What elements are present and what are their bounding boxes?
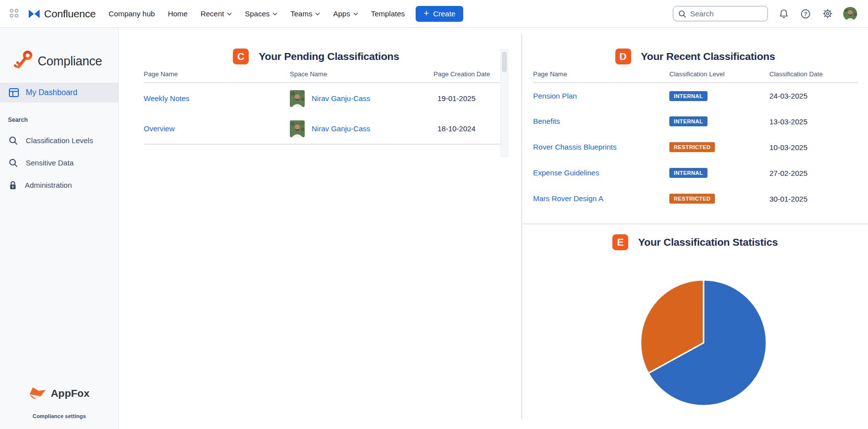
search-input[interactable] [690, 9, 755, 18]
horizontal-divider [521, 223, 868, 224]
table-row: Overview N [144, 113, 500, 144]
appfox-brand-name: AppFox [51, 387, 89, 399]
table-row: Mars Rover Design A RESTRICTED 30-01-202… [533, 186, 858, 212]
sidebar-item-label: Classification Levels [26, 136, 93, 145]
classification-date: 27-02-2025 [769, 160, 858, 186]
recent-classifications-header: D Your Recent Classifications [522, 49, 868, 64]
panel-title: Your Pending Classifications [259, 51, 399, 62]
recent-classifications-table: Page Name Classification Level Classific… [533, 70, 858, 212]
column-header: Space Name [290, 70, 434, 83]
page-link[interactable]: Expense Guidelines [533, 168, 599, 177]
page-link[interactable]: Overview [144, 124, 175, 133]
sidebar-item-label: My Dashboard [26, 88, 77, 97]
classification-statistics-header: E Your Classification Statistics [522, 234, 868, 250]
classification-level-badge: RESTRICTED [669, 142, 715, 152]
page-link[interactable]: Mars Rover Design A [533, 194, 603, 203]
nav-spaces[interactable]: Spaces [245, 9, 277, 18]
user-avatar[interactable] [843, 7, 857, 21]
classification-date: 10-03-2025 [769, 134, 858, 160]
app-switcher-icon[interactable] [9, 8, 20, 19]
chevron-down-icon [353, 12, 358, 16]
app-title: Compliance [38, 54, 102, 68]
page-link[interactable]: Weekly Notes [144, 94, 189, 103]
nav-home[interactable]: Home [168, 9, 188, 18]
column-header: Classification Level [669, 70, 769, 83]
panel-title: Your Classification Statistics [638, 236, 778, 248]
primary-nav: Company hub Home Recent Spaces Teams App… [108, 9, 405, 18]
table-row: Benefits INTERNAL 13-03-2025 [533, 108, 858, 134]
vertical-divider [521, 35, 522, 419]
classification-level-badge: RESTRICTED [669, 194, 715, 204]
nav-recent[interactable]: Recent [201, 9, 232, 18]
sidebar-item-classification-levels[interactable]: Classification Levels [0, 129, 118, 152]
sidebar-item-administration[interactable]: Administration [0, 174, 118, 196]
svg-text:?: ? [804, 11, 808, 17]
classification-date: 30-01-2025 [769, 186, 858, 212]
table-row: Pension Plan INTERNAL 24-03-2025 [533, 83, 858, 108]
search-icon [9, 159, 18, 167]
nav-templates[interactable]: Templates [371, 9, 405, 18]
sidebar-item-label: Sensitive Data [26, 159, 74, 167]
scrollbar-thumb[interactable] [502, 52, 507, 72]
column-header: Page Creation Date [434, 70, 500, 83]
sidebar-item-sensitive-data[interactable]: Sensitive Data [0, 152, 118, 174]
page-link[interactable]: Benefits [533, 117, 560, 125]
classification-level-badge: INTERNAL [669, 168, 707, 178]
top-navigation-bar: Confluence Company hub Home Recent Space… [0, 0, 868, 28]
classification-level-badge: INTERNAL [669, 116, 707, 126]
confluence-glyph-icon [28, 8, 41, 20]
classification-pie-chart [635, 274, 772, 411]
key-icon [13, 49, 34, 73]
compliance-sidebar: Compliance My Dashboard Search Classific… [0, 28, 119, 429]
nav-apps[interactable]: Apps [333, 9, 358, 18]
section-badge-c: C [233, 49, 249, 64]
space-link[interactable]: Nirav Ganju-Cass [312, 94, 370, 103]
plus-icon: + [424, 8, 429, 18]
classification-date: 13-03-2025 [769, 108, 858, 134]
classification-date: 24-03-2025 [769, 83, 858, 108]
dashboard-icon [9, 88, 19, 97]
notifications-bell-icon[interactable] [778, 8, 790, 20]
dashboard-main: C Your Pending Classifications Page Name… [119, 28, 868, 429]
appfox-logo: AppFox [0, 386, 118, 400]
create-button[interactable]: + Create [416, 6, 463, 22]
lock-icon [9, 181, 17, 190]
settings-gear-icon[interactable] [821, 8, 833, 20]
sidebar-item-label: Administration [25, 181, 72, 189]
classification-level-badge: INTERNAL [669, 91, 707, 101]
column-header: Page Name [144, 70, 290, 83]
sidebar-footer: AppFox Compliance settings [0, 386, 118, 419]
sidebar-item-my-dashboard[interactable]: My Dashboard [0, 83, 118, 103]
chevron-down-icon [315, 12, 320, 16]
global-search[interactable] [673, 6, 768, 21]
page-link[interactable]: Pension Plan [533, 92, 577, 100]
confluence-logo[interactable]: Confluence [28, 8, 96, 20]
chevron-down-icon [272, 12, 277, 16]
column-header: Classification Date [769, 70, 858, 83]
panel-title: Your Recent Classifications [641, 51, 775, 62]
help-icon[interactable]: ? [800, 8, 812, 20]
sidebar-section-search: Search [8, 116, 118, 123]
brand-name: Confluence [44, 8, 96, 20]
space-avatar [290, 90, 305, 107]
nav-teams[interactable]: Teams [290, 9, 320, 18]
page-link[interactable]: Rover Chassis Blueprints [533, 143, 616, 151]
chevron-down-icon [227, 12, 232, 16]
compliance-settings-link[interactable]: Compliance settings [0, 413, 118, 419]
section-badge-d: D [615, 49, 631, 64]
pending-table-scrollbar[interactable] [500, 49, 508, 157]
pending-classifications-table: Page Name Space Name Page Creation Date … [144, 70, 500, 145]
search-icon [9, 136, 18, 145]
search-icon [678, 10, 686, 18]
nav-company-hub[interactable]: Company hub [108, 9, 155, 18]
space-avatar [290, 120, 305, 137]
space-link[interactable]: Nirav Ganju-Cass [312, 124, 370, 133]
pending-classifications-header: C Your Pending Classifications [119, 49, 513, 64]
table-row: Expense Guidelines INTERNAL 27-02-2025 [533, 160, 858, 186]
fox-icon [29, 386, 47, 400]
page-creation-date: 18-10-2024 [434, 113, 500, 144]
table-row: Rover Chassis Blueprints RESTRICTED 10-0… [533, 134, 858, 160]
column-header: Page Name [533, 70, 669, 83]
section-badge-e: E [612, 234, 628, 250]
compliance-app-logo: Compliance [13, 49, 118, 73]
